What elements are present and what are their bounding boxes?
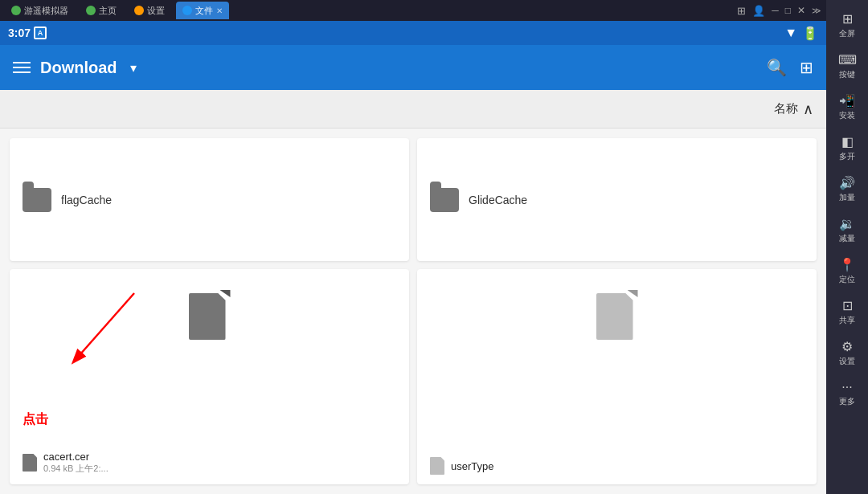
volume-up-label: 加量 [839,192,855,203]
svg-line-0 [74,293,134,361]
wifi-icon: ▼ [784,26,797,40]
install-label: 安装 [839,110,855,121]
window-close-icon[interactable]: ✕ [797,5,805,16]
sidebar-share-btn[interactable]: ⊡ 共享 [829,293,865,331]
sidebar-settings-btn[interactable]: ⚙ 设置 [829,334,865,372]
fullscreen-label: 全屏 [839,28,855,39]
file-cacert[interactable]: 点击 cacert.cer 0.94 kB 上午2:... [10,269,409,484]
sidebar-install-btn[interactable]: 📲 安装 [829,88,865,126]
tab-settings[interactable]: 设置 [128,2,171,19]
file-info-usertype: userType [430,457,804,475]
share-label: 共享 [839,315,855,326]
hamburger-menu-button[interactable] [13,62,31,73]
multiopen-icon: ◧ [841,134,854,149]
window-minimize-icon[interactable]: ─ [772,5,779,16]
tab-label-settings: 设置 [147,5,165,17]
sidebar-location-btn[interactable]: 📍 定位 [829,252,865,290]
tab-icon-files [182,6,192,15]
settings-icon: ⚙ [841,339,853,354]
app-toolbar: Download ▾ 🔍 ⊞ [0,45,826,90]
tab-files[interactable]: 文件 ✕ [176,2,229,19]
sort-bar: 名称 ∧ [0,90,826,129]
sidebar-multiopen-btn[interactable]: ◧ 多开 [829,129,865,167]
mini-doc-icon-cacert [23,454,37,472]
battery-icon: 🔋 [802,26,818,41]
tab-icon-settings [134,6,144,15]
tab-label-emulator: 游遥模拟器 [24,5,68,17]
tab-emulator[interactable]: 游遥模拟器 [5,2,75,19]
more-icon: ··· [841,380,852,394]
install-icon: 📲 [839,93,855,108]
search-button[interactable]: 🔍 [767,58,787,77]
grid-view-button[interactable]: ⊞ [800,58,813,77]
window-fullscreen-icon[interactable]: ⊞ [737,5,746,17]
volume-up-icon: 🔊 [839,175,855,190]
emulator-area: 游遥模拟器 主页 设置 文件 ✕ ⊞ 👤 ─ □ ✕ ≫ 3:07 [0,0,826,494]
toolbar-title: Download [40,59,117,77]
tab-label-files: 文件 [195,5,213,17]
file-name-cacert: cacert.cer [43,451,108,463]
main-content: 名称 ∧ flagCache GlideCache [0,90,826,494]
sidebar-volume-up-btn[interactable]: 🔊 加量 [829,170,865,208]
sidebar-volume-down-btn[interactable]: 🔉 减量 [829,211,865,249]
volume-down-icon: 🔉 [839,216,855,231]
window-extra-icon[interactable]: ≫ [812,6,821,16]
right-sidebar: ⊞ 全屏 ⌨ 按键 📲 安装 ◧ 多开 🔊 加量 🔉 减量 📍 定位 ⊡ 共享 … [826,0,868,494]
tab-home[interactable]: 主页 [80,2,123,19]
folder-flagcache[interactable]: flagCache [10,138,409,261]
file-name-usertype: userType [451,460,493,472]
status-indicator-a: A [34,27,47,39]
location-icon: 📍 [839,257,855,272]
more-label: 更多 [839,396,855,407]
tab-icon-home [86,6,96,15]
sort-label: 名称 [774,101,798,116]
close-tab-icon[interactable]: ✕ [216,6,223,15]
dropdown-icon[interactable]: ▾ [130,60,137,76]
tab-icon-emulator [11,6,21,15]
sidebar-keyboard-btn[interactable]: ⌨ 按键 [829,47,865,85]
settings-label: 设置 [839,356,855,367]
share-icon: ⊡ [842,298,853,313]
window-bar: 游遥模拟器 主页 设置 文件 ✕ ⊞ 👤 ─ □ ✕ ≫ [0,0,826,21]
status-right-icons: ▼ 🔋 [784,26,818,41]
file-info-cacert: cacert.cer 0.94 kB 上午2:... [23,451,396,475]
tab-label-home: 主页 [99,5,117,17]
android-status-bar: 3:07 A ▼ 🔋 [0,21,826,45]
mini-doc-icon-usertype [430,457,444,475]
volume-down-label: 减量 [839,233,855,244]
sidebar-fullscreen-btn[interactable]: ⊞ 全屏 [829,6,865,44]
multiopen-label: 多开 [839,151,855,162]
window-account-icon[interactable]: 👤 [752,5,765,17]
location-label: 定位 [839,274,855,285]
file-meta-cacert: 0.94 kB 上午2:... [43,463,108,475]
status-time: 3:07 A [8,27,47,39]
sort-arrow-icon[interactable]: ∧ [803,100,813,118]
folder-glidecache[interactable]: GlideCache [417,138,817,261]
window-controls: ⊞ 👤 ─ □ ✕ ≫ [737,5,821,17]
folder-icon [430,188,459,212]
file-usertype[interactable]: userType [417,269,817,484]
keyboard-icon: ⌨ [838,52,857,67]
sidebar-more-btn[interactable]: ··· 更多 [829,375,865,412]
fullscreen-icon: ⊞ [842,11,853,27]
keyboard-label: 按键 [839,69,855,80]
folder-icon [23,188,51,212]
file-grid: flagCache GlideCache 点击 [0,129,826,494]
annotation-click-text: 点击 [23,411,48,428]
folder-name-glidecache: GlideCache [469,194,527,206]
toolbar-actions: 🔍 ⊞ [767,58,813,77]
window-maximize-icon[interactable]: □ [785,5,791,16]
file-icon-large-usertype [596,290,638,340]
file-icon-large-cacert [189,290,231,340]
folder-name-flagcache: flagCache [61,194,112,206]
